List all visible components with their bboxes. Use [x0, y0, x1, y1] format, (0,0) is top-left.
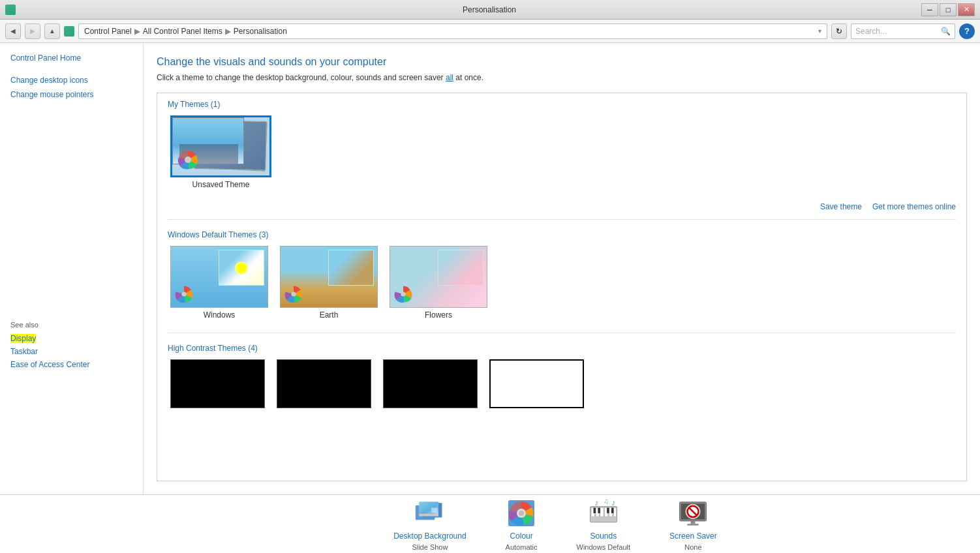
svg-point-1 — [181, 291, 186, 296]
get-more-themes-link[interactable]: Get more themes online — [872, 202, 956, 211]
help-button[interactable]: ? — [959, 23, 975, 39]
path-control-panel[interactable]: Control Panel — [84, 27, 132, 36]
restore-button[interactable]: □ — [940, 3, 957, 16]
window-controls: ─ □ ✕ — [921, 3, 975, 16]
svg-point-12 — [519, 511, 524, 516]
colour-icon — [506, 498, 537, 529]
svg-rect-32 — [691, 521, 696, 524]
path-sep-2: ▶ — [225, 27, 231, 36]
theme-item-hc4[interactable] — [487, 357, 587, 411]
bottom-item-screen-saver[interactable]: Screen Saver None — [669, 498, 717, 551]
theme-actions: Save theme Get more themes online — [157, 198, 966, 215]
sidebar-item-control-panel-home[interactable]: Control Panel Home — [10, 53, 132, 63]
svg-text:♫: ♫ — [604, 498, 609, 505]
search-icon[interactable]: 🔍 — [941, 27, 951, 36]
svg-rect-9 — [431, 507, 437, 512]
theme-thumb-windows — [170, 246, 268, 308]
page-title: Change the visuals and sounds on your co… — [157, 56, 967, 68]
sidebar-item-taskbar[interactable]: Taskbar — [10, 347, 132, 356]
theme-name-unsaved: Unsaved Theme — [192, 180, 250, 189]
windows-default-label: Windows Default Themes (3) — [157, 224, 966, 243]
high-contrast-label: High Contrast Themes (4) — [157, 337, 966, 357]
svg-rect-16 — [600, 507, 604, 516]
bottom-item-desktop-background[interactable]: Desktop Background Slide Show — [393, 498, 466, 551]
windows-themes-grid: Windows — [157, 243, 966, 329]
theme-name-flowers: Flowers — [425, 310, 452, 320]
path-current[interactable]: Personalisation — [234, 27, 287, 36]
bottom-item-colour[interactable]: Colour Automatic — [506, 498, 538, 551]
back-button[interactable]: ◀ — [5, 23, 21, 39]
svg-rect-22 — [607, 507, 609, 513]
hc-thumb-3 — [383, 359, 478, 408]
theme-thumb-unsaved — [170, 115, 271, 177]
theme-item-hc2[interactable] — [274, 357, 374, 411]
theme-item-windows[interactable]: Windows — [168, 243, 271, 322]
svg-point-2 — [291, 291, 296, 296]
refresh-button[interactable]: ↻ — [831, 23, 847, 39]
theme-item-hc1[interactable] — [168, 357, 268, 411]
sidebar-item-display[interactable]: Display — [10, 334, 132, 343]
see-also-section: See also Display Taskbar Ease of Access … — [10, 321, 132, 369]
desktop-background-sublabel: Slide Show — [412, 543, 448, 551]
my-themes-label: My Themes (1) — [157, 93, 966, 113]
save-theme-link[interactable]: Save theme — [820, 202, 862, 211]
separator-2 — [168, 333, 956, 333]
screen-saver-icon — [677, 498, 709, 529]
theme-item-hc3[interactable] — [380, 357, 480, 411]
svg-rect-33 — [688, 524, 699, 526]
screen-saver-sublabel: None — [684, 543, 701, 551]
my-themes-grid: Unsaved Theme — [157, 113, 966, 198]
theme-item-flowers[interactable]: Flowers — [387, 243, 490, 322]
colour-svg — [506, 498, 537, 529]
theme-thumb-flowers — [390, 246, 487, 308]
sidebar: Control Panel Home Change desktop icons … — [0, 43, 144, 494]
close-button[interactable]: ✕ — [958, 3, 975, 16]
up-button[interactable]: ▲ — [44, 23, 60, 39]
title-bar: Personalisation ─ □ ✕ — [0, 0, 980, 20]
bottom-bar: Desktop Background Slide Show Colour Aut… — [0, 494, 980, 553]
color-fan-icon-earth — [283, 284, 304, 305]
hc-thumb-4 — [489, 359, 584, 408]
page-description: Click a theme to change the desktop back… — [157, 73, 967, 82]
svg-point-0 — [185, 157, 191, 163]
color-fan-icon-flowers — [393, 284, 414, 305]
sidebar-item-ease-of-access-center[interactable]: Ease of Access Center — [10, 360, 132, 369]
bottom-item-sounds[interactable]: ♪ ♫ ♪ Sounds Windows Default — [577, 498, 631, 551]
svg-rect-19 — [613, 507, 616, 516]
theme-item-earth[interactable]: Earth — [277, 243, 380, 322]
sounds-label: Sounds — [590, 531, 617, 541]
search-box[interactable]: Search... 🔍 — [851, 23, 955, 39]
color-fan-icon — [176, 148, 200, 172]
theme-name-windows: Windows — [204, 310, 236, 320]
dropdown-arrow-icon[interactable]: ▾ — [818, 27, 821, 35]
sidebar-item-change-mouse-pointers[interactable]: Change mouse pointers — [10, 90, 132, 99]
hc-thumb-2 — [277, 359, 371, 408]
hc-thumb-1 — [170, 359, 265, 408]
address-path[interactable]: Control Panel ▶ All Control Panel Items … — [78, 23, 827, 39]
theme-thumb-earth — [280, 246, 378, 308]
see-also-label: See also — [10, 321, 132, 329]
search-placeholder: Search... — [855, 27, 887, 36]
forward-button[interactable]: ▶ — [25, 23, 40, 39]
svg-point-3 — [401, 291, 405, 296]
desktop-bg-svg — [414, 500, 446, 527]
svg-text:♪: ♪ — [611, 498, 615, 507]
themes-panel[interactable]: My Themes (1) — [157, 93, 967, 481]
theme-item-unsaved[interactable]: Unsaved Theme — [168, 113, 274, 192]
main-layout: Control Panel Home Change desktop icons … — [0, 43, 980, 494]
colour-label: Colour — [510, 531, 532, 541]
colour-sublabel: Automatic — [506, 543, 538, 551]
window-title: Personalisation — [57, 5, 921, 14]
desktop-background-label: Desktop Background — [393, 531, 466, 541]
all-link[interactable]: all — [446, 73, 453, 82]
svg-text:♪: ♪ — [594, 498, 598, 507]
screen-saver-label: Screen Saver — [669, 531, 717, 541]
sounds-icon: ♪ ♫ ♪ — [588, 498, 619, 529]
address-bar: ◀ ▶ ▲ Control Panel ▶ All Control Panel … — [0, 20, 980, 43]
sounds-svg: ♪ ♫ ♪ — [588, 498, 619, 529]
svg-rect-21 — [598, 507, 600, 513]
svg-rect-23 — [611, 507, 613, 513]
path-all-items[interactable]: All Control Panel Items — [143, 27, 222, 36]
sidebar-item-change-desktop-icons[interactable]: Change desktop icons — [10, 76, 132, 85]
minimize-button[interactable]: ─ — [921, 3, 938, 16]
